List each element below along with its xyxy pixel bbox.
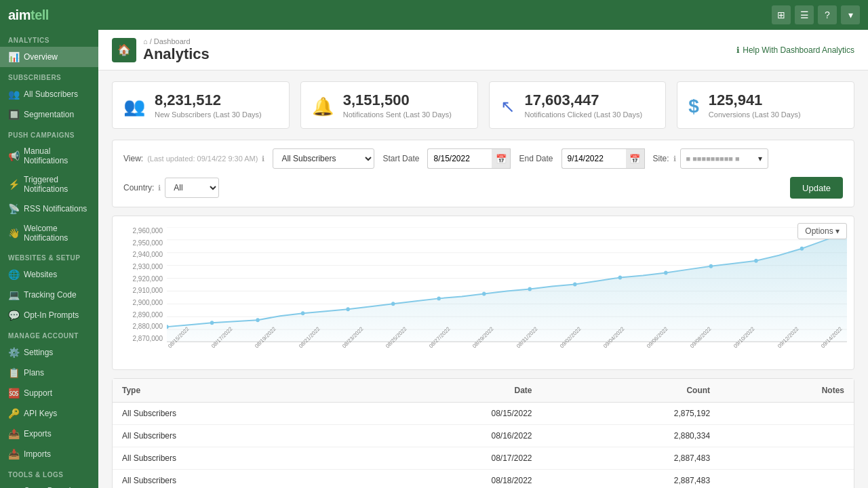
sidebar-label-settings: Settings	[24, 348, 53, 357]
stat-value-subscribers: 8,231,512	[155, 92, 262, 109]
content-area: 🏠 ⌂ / Dashboard Analytics ℹ Help With Da…	[98, 30, 868, 488]
site-label: Site:	[653, 154, 669, 163]
chart-area: 2,960,0002,950,0002,940,0002,930,0002,92…	[119, 227, 847, 363]
chart-options-button[interactable]: Options ▾	[797, 223, 847, 239]
sidebar-item-support[interactable]: 🆘Support	[0, 383, 98, 403]
chart-y-label: 2,890,000	[133, 311, 163, 319]
sidebar-item-cross-domain-tracking[interactable]: 🔗Cross Domain Tracking	[0, 481, 98, 488]
stats-row: 👥 8,231,512 New Subscribers (Last 30 Day…	[98, 70, 868, 140]
svg-point-11	[210, 321, 214, 325]
sidebar-item-imports[interactable]: 📥Imports	[0, 444, 98, 464]
view-select[interactable]: All Subscribers	[273, 148, 374, 169]
sidebar-item-exports[interactable]: 📤Exports	[0, 424, 98, 444]
col-count: Count	[542, 379, 720, 403]
view-filter-group: View: (Last updated: 09/14/22 9:30 AM) ℹ	[123, 154, 264, 163]
sidebar-item-all-subscribers[interactable]: 👥All Subscribers	[0, 84, 98, 104]
sidebar-label-triggered-notifications: Triggered Notifications	[24, 175, 90, 194]
svg-point-16	[437, 296, 440, 300]
chart-y-label: 2,920,000	[133, 275, 163, 283]
sidebar-section-label: ANALYTICS	[0, 30, 98, 47]
stat-label-clicked: Notifications Clicked (Last 30 Days)	[525, 110, 643, 119]
sidebar-item-tracking-code[interactable]: 💻Tracking Code	[0, 285, 98, 305]
cell-date: 08/18/2022	[349, 470, 541, 489]
end-date-calendar-btn[interactable]: 📅	[626, 148, 645, 169]
cell-notes	[719, 425, 854, 447]
update-button[interactable]: Update	[790, 177, 843, 199]
view-sublabel: (Last updated: 09/14/22 9:30 AM)	[147, 155, 258, 163]
cell-date: 08/15/2022	[349, 403, 541, 425]
grid-icon[interactable]: ⊞	[772, 5, 791, 24]
user-menu[interactable]: ▾	[841, 5, 860, 24]
sidebar-label-all-subscribers: All Subscribers	[24, 89, 78, 99]
sidebar-icon-opt-in-prompts: 💬	[8, 310, 19, 321]
page-header-left: 🏠 ⌂ / Dashboard Analytics	[112, 37, 210, 63]
svg-point-14	[346, 307, 349, 311]
country-filter-group: Country: ℹ All	[123, 178, 219, 198]
svg-point-15	[391, 302, 395, 306]
sidebar-label-websites: Websites	[24, 270, 57, 279]
sidebar-label-rss-notifications: RSS Notifications	[24, 204, 87, 214]
chart-y-label: 2,950,000	[133, 239, 163, 247]
view-info-icon: ℹ	[262, 155, 264, 163]
sidebar-icon-segmentation: 🔲	[8, 109, 19, 120]
sidebar-label-exports: Exports	[24, 429, 52, 439]
sidebar-item-overview[interactable]: 📊Overview	[0, 47, 98, 67]
stat-label-sent: Notifications Sent (Last 30 Days)	[343, 110, 452, 119]
top-nav-right: ⊞ ☰ ? ▾	[772, 5, 860, 24]
sidebar-label-welcome-notifications: Welcome Notifications	[24, 224, 90, 243]
stat-label-subscribers: New Subscribers (Last 30 Days)	[155, 110, 262, 119]
sidebar-icon-all-subscribers: 👥	[8, 89, 19, 100]
start-date-group: Start Date	[382, 154, 419, 163]
help-circle-icon: ℹ	[736, 45, 740, 55]
table-row: All Subscribers 08/15/2022 2,875,192	[113, 403, 854, 425]
page-header: 🏠 ⌂ / Dashboard Analytics ℹ Help With Da…	[98, 30, 868, 70]
end-date-input[interactable]	[561, 148, 626, 169]
site-filter-group: Site: ℹ ■ ■■■■■■■■■ ■ ▾	[653, 148, 768, 169]
sidebar-item-triggered-notifications[interactable]: ⚡Triggered Notifications	[0, 170, 98, 199]
stat-icon-sent: 🔔	[312, 93, 334, 118]
sidebar-section-label: MANAGE ACCOUNT	[0, 325, 98, 342]
help-icon[interactable]: ?	[818, 5, 837, 24]
sidebar-item-segmentation[interactable]: 🔲Segmentation	[0, 104, 98, 125]
chart-xaxis: 08/15/202208/17/202208/19/202208/21/2022…	[167, 342, 847, 363]
chart-svg	[167, 227, 847, 342]
chart-y-label: 2,930,000	[133, 263, 163, 270]
svg-point-22	[709, 264, 713, 268]
home-button[interactable]: 🏠	[112, 38, 136, 62]
cell-count: 2,887,483	[542, 470, 720, 489]
sidebar-item-welcome-notifications[interactable]: 👋Welcome Notifications	[0, 219, 98, 247]
table-row: All Subscribers 08/16/2022 2,880,334	[113, 425, 854, 447]
sidebar-section-label: WEBSITES & SETUP	[0, 247, 98, 264]
end-date-label: End Date	[519, 154, 553, 163]
help-with-dashboard-link[interactable]: ℹ Help With Dashboard Analytics	[736, 45, 854, 55]
data-table-container: Type Date Count Notes All Subscribers 08…	[112, 378, 854, 488]
start-date-calendar-btn[interactable]: 📅	[492, 148, 511, 169]
sidebar-item-plans[interactable]: 📋Plans	[0, 363, 98, 383]
breadcrumb-dashboard[interactable]: Dashboard	[154, 37, 191, 45]
sidebar-item-websites[interactable]: 🌐Websites	[0, 264, 98, 285]
stat-value-sent: 3,151,500	[343, 92, 452, 109]
chart-container: 2,960,0002,950,0002,940,0002,930,0002,92…	[112, 216, 854, 370]
view-label: View:	[123, 154, 143, 163]
country-select[interactable]: All	[165, 178, 219, 198]
sidebar-item-manual-notifications[interactable]: 📢Manual Notifications	[0, 142, 98, 170]
col-type: Type	[113, 379, 349, 403]
sidebar-icon-overview: 📊	[8, 52, 19, 62]
site-select[interactable]: ■ ■■■■■■■■■ ■ ▾	[680, 148, 768, 169]
start-date-input[interactable]	[427, 148, 492, 169]
svg-point-21	[664, 271, 667, 275]
top-navbar: aimtell ⊞ ☰ ? ▾	[0, 0, 868, 30]
svg-point-13	[301, 311, 304, 315]
sidebar-item-opt-in-prompts[interactable]: 💬Opt-In Prompts	[0, 305, 98, 325]
list-icon[interactable]: ☰	[795, 5, 814, 24]
country-label: Country:	[123, 183, 154, 192]
sidebar-item-rss-notifications[interactable]: 📡RSS Notifications	[0, 199, 98, 219]
sidebar-item-settings[interactable]: ⚙️Settings	[0, 342, 98, 363]
sidebar-label-manual-notifications: Manual Notifications	[24, 146, 90, 165]
sidebar-label-opt-in-prompts: Opt-In Prompts	[24, 310, 79, 320]
sidebar-item-api-keys[interactable]: 🔑API Keys	[0, 403, 98, 424]
start-date-wrap: 📅	[427, 148, 511, 169]
end-date-wrap: 📅	[561, 148, 645, 169]
cell-count: 2,887,483	[542, 447, 720, 470]
top-nav-icons: ⊞ ☰ ? ▾	[772, 5, 860, 24]
